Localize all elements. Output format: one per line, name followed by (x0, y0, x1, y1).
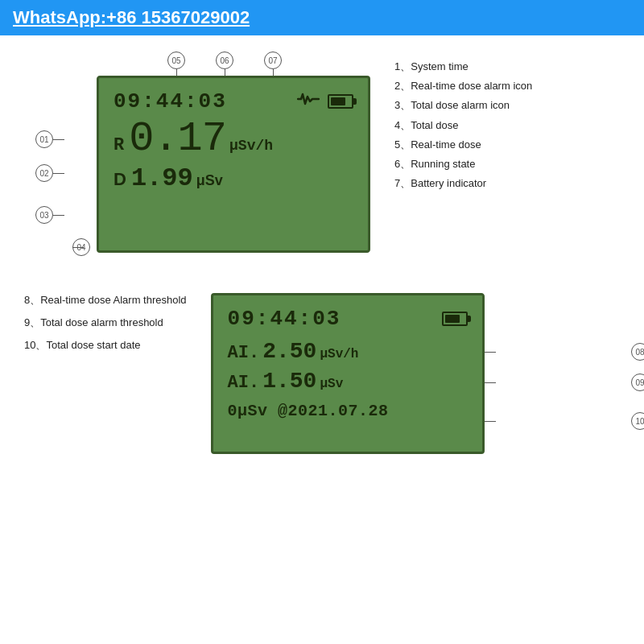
callout-01: 01 (35, 130, 53, 148)
alarm2-value: 1.50 (262, 369, 316, 394)
callout-03: 03 (35, 206, 53, 224)
d-value: 1.99 (131, 163, 193, 193)
bottom-legend: 8、Real-time dose Alarm threshold 9、Total… (24, 285, 187, 361)
bottom-time-row: 09:44:03 (228, 307, 468, 331)
callout-07: 07 (264, 52, 282, 69)
date-value: 0μSv @2021.07.28 (228, 402, 389, 420)
legend-item-8: 8、Real-time dose Alarm threshold (24, 293, 187, 308)
icon-area (297, 90, 353, 113)
r-label: R (114, 135, 124, 155)
legend-item-3: 3、Total dose alarm icon (394, 98, 532, 113)
vline-06 (225, 69, 225, 76)
legend-item-5: 5、Real-time dose (394, 138, 532, 152)
d-label: D (114, 169, 126, 190)
bottom-icon-area (442, 312, 468, 326)
callout-05: 05 (167, 52, 185, 69)
bottom-section: 8、Real-time dose Alarm threshold 9、Total… (24, 285, 620, 454)
heart-icon (297, 90, 320, 113)
legend-item-4: 4、Total dose (394, 118, 532, 133)
header-text: WhatsApp:+86 15367029002 (13, 7, 250, 28)
battery-fill (331, 97, 345, 105)
hline-02 (53, 173, 64, 174)
r-dose-row: R 0.17 μSv/h (114, 118, 353, 160)
top-legend: 1、System time 2、Real-time dose alarm ico… (394, 52, 532, 196)
hline-08 (485, 352, 496, 353)
legend-item-6: 6、Running state (394, 157, 532, 171)
bottom-battery-fill (445, 315, 460, 323)
vline-05 (176, 69, 177, 76)
date-row: 0μSv @2021.07.28 (228, 402, 468, 420)
header-bar: WhatsApp:+86 15367029002 (0, 0, 644, 35)
callout-08: 08 (631, 343, 644, 361)
bottom-lcd-screen: 09:44:03 AI. 2.50 μSv/h AI. 1.5 (211, 293, 485, 454)
bottom-battery-icon (442, 312, 468, 326)
top-screen-wrapper: 05 06 07 01 02 03 04 09:44:03 (64, 76, 370, 253)
legend-item-7: 7、Battery indicator (394, 176, 532, 191)
alarm2-label: AI. (228, 373, 260, 393)
main-content: 05 06 07 01 02 03 04 09:44:03 (0, 35, 644, 470)
alarm1-row: AI. 2.50 μSv/h (228, 339, 468, 364)
d-unit: μSv (196, 172, 223, 189)
alarm1-value: 2.50 (262, 339, 316, 364)
system-time: 09:44:03 (114, 89, 227, 114)
alarm2-row: AI. 1.50 μSv (228, 369, 468, 394)
legend-item-1: 1、System time (394, 60, 532, 74)
alarm1-label: AI. (228, 343, 260, 363)
legend-item-10: 10、Total dose start date (24, 338, 187, 353)
callout-09: 09 (631, 374, 644, 391)
r-unit: μSv/h (229, 138, 273, 154)
battery-icon (328, 94, 353, 109)
top-section: 05 06 07 01 02 03 04 09:44:03 (24, 52, 620, 253)
alarm1-unit: μSv/h (320, 347, 358, 361)
legend-item-9: 9、Total dose alarm threshold (24, 316, 187, 330)
whatsapp-label: WhatsApp: (13, 7, 106, 27)
whatsapp-number: +86 15367029002 (106, 7, 250, 27)
alarm2-unit: μSv (320, 377, 343, 391)
top-lcd-screen: 09:44:03 (97, 76, 370, 253)
callout-10: 10 (631, 412, 644, 430)
hline-01 (53, 139, 64, 140)
r-value: 0.17 (129, 118, 226, 160)
d-dose-row: D 1.99 μSv (114, 163, 353, 193)
callout-02: 02 (35, 164, 53, 182)
hline-04 (72, 247, 84, 248)
bottom-system-time: 09:44:03 (228, 307, 341, 331)
hline-10 (485, 421, 496, 422)
hline-09 (485, 382, 496, 383)
bottom-screen-wrapper: 08 09 10 09:44:03 (211, 293, 620, 454)
time-row: 09:44:03 (114, 89, 353, 114)
callout-06: 06 (216, 52, 233, 69)
legend-item-2: 2、Real-time dose alarm icon (394, 79, 532, 93)
vline-07 (273, 69, 274, 76)
hline-03 (53, 215, 64, 216)
